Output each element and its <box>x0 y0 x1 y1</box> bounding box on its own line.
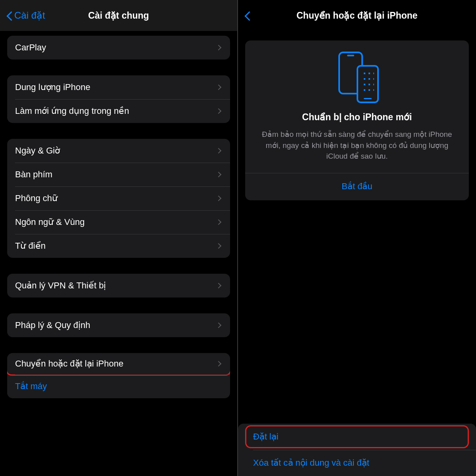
row-label: Quản lý VPN & Thiết bị <box>15 280 217 291</box>
phone-transfer-icon <box>255 52 459 103</box>
chevron-right-icon <box>216 45 221 50</box>
reset-options-group: Đặt lại Xóa tất cả nội dung và cài đặt <box>238 424 476 476</box>
row-label: Bàn phím <box>15 169 217 180</box>
row-label: Chuyển hoặc đặt lại iPhone <box>15 359 217 369</box>
transfer-content[interactable]: Chuẩn bị cho iPhone mới Đảm bảo mọi thứ … <box>238 31 476 476</box>
get-started-button[interactable]: Bắt đầu <box>255 173 459 192</box>
row-label: Dung lượng iPhone <box>15 82 217 92</box>
highlight-annotation <box>245 425 469 448</box>
row-label: Phông chữ <box>15 193 217 203</box>
right-screenshot: Chuyển hoặc đặt lại iPhone Chuẩn bị cho … <box>238 0 476 476</box>
row-transfer-reset[interactable]: Chuyển hoặc đặt lại iPhone <box>7 353 230 376</box>
settings-group: Chuyển hoặc đặt lại iPhone Tắt máy <box>7 353 230 398</box>
row-label: Làm mới ứng dụng trong nền <box>15 106 217 116</box>
page-title: Chuyển hoặc đặt lại iPhone <box>238 10 476 21</box>
row-carplay[interactable]: CarPlay <box>7 36 230 60</box>
card-title: Chuẩn bị cho iPhone mới <box>255 112 459 123</box>
row-label: Ngôn ngữ & Vùng <box>15 217 217 227</box>
chevron-right-icon <box>216 361 221 367</box>
row-label: Đặt lại <box>253 432 278 441</box>
chevron-right-icon <box>216 243 221 249</box>
row-label: Tắt máy <box>15 381 222 392</box>
row-shutdown[interactable]: Tắt máy <box>7 374 230 398</box>
row-keyboard[interactable]: Bàn phím <box>7 163 230 186</box>
chevron-right-icon <box>216 84 221 90</box>
settings-content[interactable]: CarPlay Dung lượng iPhone Làm mới ứng dụ… <box>0 31 237 476</box>
row-label: Từ điển <box>15 241 217 251</box>
prepare-card: Chuẩn bị cho iPhone mới Đảm bảo mọi thứ … <box>245 40 469 200</box>
settings-group: Pháp lý & Quy định <box>7 313 230 337</box>
row-legal[interactable]: Pháp lý & Quy định <box>7 313 230 337</box>
card-description: Đảm bảo mọi thứ sẵn sàng để chuyển sang … <box>255 129 459 162</box>
left-screenshot: Cài đặt Cài đặt chung CarPlay Dung lượng… <box>0 0 238 476</box>
row-vpn-device[interactable]: Quản lý VPN & Thiết bị <box>7 274 230 298</box>
chevron-right-icon <box>216 172 221 177</box>
row-storage[interactable]: Dung lượng iPhone <box>7 75 230 99</box>
row-label: Xóa tất cả nội dung và cài đặt <box>253 458 369 468</box>
row-label: Ngày & Giờ <box>15 146 217 156</box>
row-language-region[interactable]: Ngôn ngữ & Vùng <box>7 210 230 234</box>
nav-bar: Cài đặt Cài đặt chung <box>0 0 237 31</box>
chevron-right-icon <box>216 108 221 114</box>
settings-group: Ngày & Giờ Bàn phím Phông chữ Ngôn ngữ &… <box>7 139 230 258</box>
row-fonts[interactable]: Phông chữ <box>7 186 230 210</box>
chevron-right-icon <box>216 219 221 225</box>
row-erase-all[interactable]: Xóa tất cả nội dung và cài đặt <box>238 450 476 476</box>
chevron-right-icon <box>216 283 221 288</box>
settings-group: Quản lý VPN & Thiết bị <box>7 274 230 298</box>
settings-group: Dung lượng iPhone Làm mới ứng dụng trong… <box>7 75 230 123</box>
row-label: Pháp lý & Quy định <box>15 320 217 330</box>
row-background-refresh[interactable]: Làm mới ứng dụng trong nền <box>7 99 230 123</box>
row-label: CarPlay <box>15 42 217 53</box>
row-reset[interactable]: Đặt lại <box>238 424 476 450</box>
chevron-right-icon <box>216 322 221 328</box>
page-title: Cài đặt chung <box>0 10 237 21</box>
chevron-right-icon <box>216 196 221 201</box>
row-date-time[interactable]: Ngày & Giờ <box>7 139 230 163</box>
settings-group: CarPlay <box>7 36 230 60</box>
chevron-right-icon <box>216 148 221 154</box>
nav-bar: Chuyển hoặc đặt lại iPhone <box>238 0 476 31</box>
row-dictionary[interactable]: Từ điển <box>7 234 230 258</box>
